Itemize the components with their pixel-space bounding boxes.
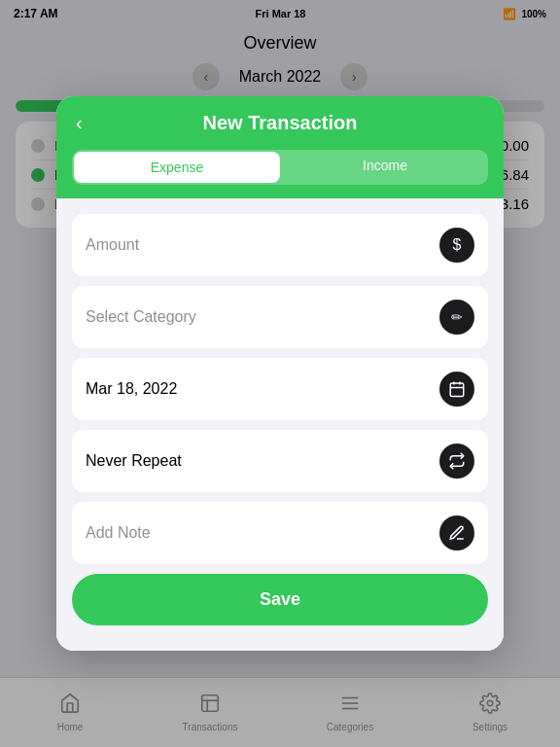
svg-rect-0 — [450, 383, 464, 397]
amount-placeholder: Amount — [86, 236, 139, 254]
modal-overlay: ‹ New Transaction Expense Income Amount … — [0, 0, 560, 747]
modal-title: New Transaction — [105, 112, 455, 134]
repeat-value: Never Repeat — [86, 452, 182, 470]
category-placeholder: Select Category — [86, 308, 196, 326]
category-icon: ✏ — [439, 300, 474, 335]
note-field[interactable]: Add Note — [72, 502, 488, 564]
date-value: Mar 18, 2022 — [86, 380, 177, 398]
modal-body: Amount $ Select Category ✏ Mar 18, 2022 … — [56, 198, 504, 651]
amount-field[interactable]: Amount $ — [72, 214, 488, 276]
new-transaction-modal: ‹ New Transaction Expense Income Amount … — [56, 96, 504, 651]
tab-expense[interactable]: Expense — [74, 152, 280, 183]
save-button[interactable]: Save — [72, 574, 488, 625]
date-icon — [439, 372, 474, 407]
tab-selector: Expense Income — [56, 150, 504, 198]
repeat-icon — [439, 444, 474, 479]
amount-icon: $ — [439, 228, 474, 263]
category-field[interactable]: Select Category ✏ — [72, 286, 488, 348]
date-field[interactable]: Mar 18, 2022 — [72, 358, 488, 420]
note-icon — [439, 516, 474, 551]
repeat-field[interactable]: Never Repeat — [72, 430, 488, 492]
modal-back-button[interactable]: ‹ — [76, 112, 105, 134]
tab-income[interactable]: Income — [282, 150, 488, 185]
note-placeholder: Add Note — [86, 524, 151, 542]
modal-header: ‹ New Transaction — [56, 96, 504, 150]
tab-inner: Expense Income — [72, 150, 488, 185]
